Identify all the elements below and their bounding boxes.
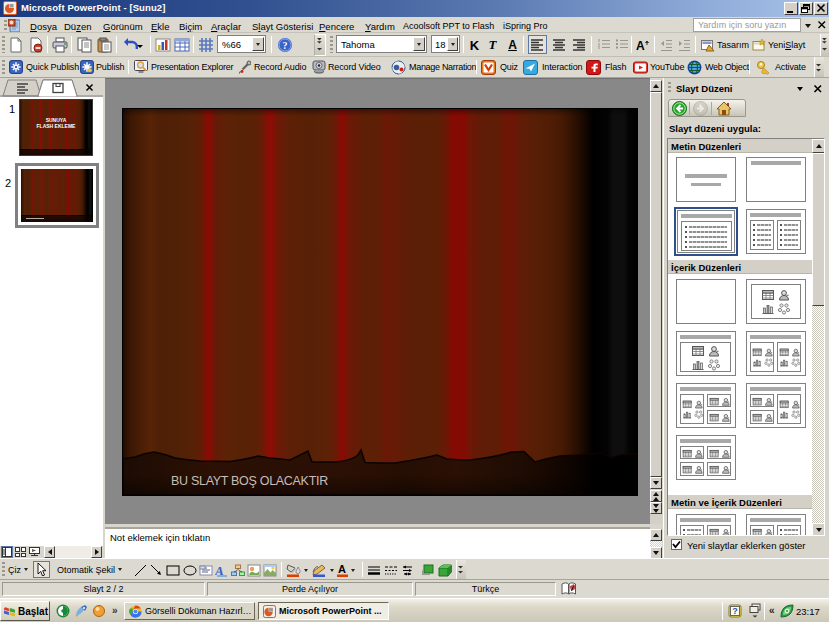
svg-text:A: A: [215, 564, 225, 577]
svg-text:?: ?: [732, 606, 738, 616]
svg-text:A: A: [636, 39, 645, 52]
svg-text:?: ?: [283, 40, 288, 51]
